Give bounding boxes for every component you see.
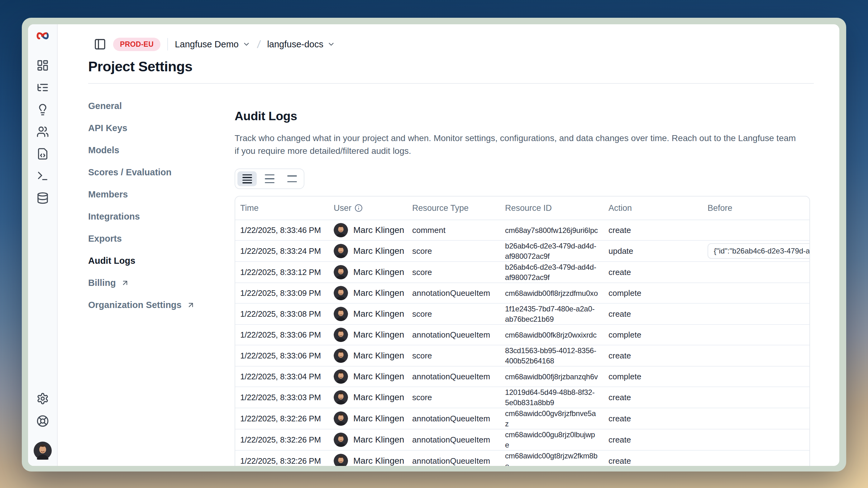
settings-nav-item-models[interactable]: Models bbox=[88, 143, 235, 157]
info-icon[interactable] bbox=[354, 204, 363, 212]
lifebuoy-icon[interactable] bbox=[36, 415, 49, 427]
settings-nav-item-members[interactable]: Members bbox=[88, 188, 235, 201]
log-time: 1/22/2025, 8:33:12 PM bbox=[240, 267, 321, 277]
file-code-icon[interactable] bbox=[36, 148, 49, 160]
rows-medium-icon bbox=[265, 174, 275, 184]
section-description: Track who changed what in your project a… bbox=[235, 132, 802, 157]
database-icon[interactable] bbox=[36, 192, 49, 204]
page-header: PROD-EU Langfuse Demo / langfuse-docs bbox=[58, 24, 839, 84]
settings-nav-item-billing[interactable]: Billing bbox=[88, 276, 235, 290]
user-name: Marc Klingen bbox=[353, 288, 404, 298]
panel-left-icon[interactable] bbox=[94, 38, 106, 51]
settings-nav-item-api-keys[interactable]: API Keys bbox=[88, 121, 235, 135]
resource-id: 1f1e2435-7bd7-480e-a2a0-ab76bec21b69 bbox=[505, 304, 594, 323]
sidebar-user-avatar[interactable] bbox=[34, 442, 52, 460]
users-icon[interactable] bbox=[36, 126, 49, 138]
settings-nav-label: General bbox=[88, 101, 122, 111]
log-time: 1/22/2025, 8:33:06 PM bbox=[240, 351, 321, 360]
settings-layout: GeneralAPI KeysModelsScores / Evaluation… bbox=[58, 84, 839, 466]
avatar bbox=[334, 244, 348, 258]
settings-nav-label: Billing bbox=[88, 278, 116, 288]
table-row: 1/22/2025, 8:33:06 PM Marc Klingen annot… bbox=[235, 325, 810, 345]
breadcrumb-separator: / bbox=[256, 38, 261, 51]
user-avatar-photo bbox=[334, 223, 348, 237]
settings-nav-item-audit-logs[interactable]: Audit Logs bbox=[88, 254, 235, 267]
section-title: Audit Logs bbox=[235, 109, 814, 123]
rows-large-icon bbox=[287, 175, 297, 182]
action-value: create bbox=[609, 267, 631, 277]
action-value: create bbox=[609, 225, 631, 235]
breadcrumb: PROD-EU Langfuse Demo / langfuse-docs bbox=[94, 37, 814, 52]
project-selector[interactable]: langfuse-docs bbox=[267, 39, 335, 50]
settings-nav-item-integrations[interactable]: Integrations bbox=[88, 209, 235, 223]
resource-id: cm68awidc00gt8rjzw2fkm8bo bbox=[505, 452, 597, 466]
avatar bbox=[334, 286, 348, 300]
settings-nav-item-organization-settings[interactable]: Organization Settings bbox=[88, 298, 235, 312]
user-avatar-photo bbox=[334, 328, 348, 342]
user-name: Marc Klingen bbox=[353, 435, 404, 445]
settings-nav-item-exports[interactable]: Exports bbox=[88, 232, 235, 246]
row-height-large-button[interactable] bbox=[282, 171, 302, 186]
column-header-before: Before bbox=[703, 196, 810, 220]
resource-id: b26ab4c6-d2e3-479d-ad4d-af980072ac9f bbox=[505, 242, 596, 260]
table-row: 1/22/2025, 8:32:26 PM Marc Klingen annot… bbox=[235, 408, 810, 429]
table-header-row: Time User bbox=[235, 196, 810, 220]
chevron-down-icon bbox=[242, 40, 250, 48]
list-tree-icon[interactable] bbox=[36, 81, 49, 94]
column-header-resource-id: Resource ID bbox=[500, 196, 603, 220]
row-height-medium-button[interactable] bbox=[260, 171, 279, 186]
user-avatar-photo bbox=[334, 369, 348, 384]
column-header-resource-type: Resource Type bbox=[407, 196, 500, 220]
resource-id: cm68awidc00gu8rjz0lbujwpe bbox=[505, 430, 595, 449]
external-link-icon bbox=[121, 279, 129, 287]
user-avatar-photo bbox=[334, 286, 348, 300]
resource-type: annotationQueueItem bbox=[412, 288, 490, 298]
log-time: 1/22/2025, 8:32:26 PM bbox=[240, 456, 321, 465]
user-avatar-photo bbox=[334, 454, 348, 466]
user-avatar-photo bbox=[334, 432, 348, 447]
resource-id: 83cd1563-bb95-4012-8356-400b52b64168 bbox=[505, 346, 596, 365]
gear-icon[interactable] bbox=[36, 392, 49, 405]
resource-id: cm68awidb00fj8rjzbanzqh6v bbox=[505, 372, 598, 381]
action-value: create bbox=[609, 351, 631, 360]
organization-name: Langfuse Demo bbox=[175, 39, 239, 50]
dashboard-grid-icon[interactable] bbox=[36, 59, 49, 72]
settings-nav-label: Members bbox=[88, 189, 128, 200]
table-row: 1/22/2025, 8:33:46 PM Marc Klingen comme… bbox=[235, 220, 810, 240]
action-value: update bbox=[609, 246, 633, 256]
app-surface: PROD-EU Langfuse Demo / langfuse-docs bbox=[28, 24, 839, 466]
settings-nav-label: API Keys bbox=[88, 123, 127, 133]
settings-nav-item-general[interactable]: General bbox=[88, 99, 235, 113]
avatar bbox=[334, 223, 348, 237]
icon-sidebar bbox=[28, 24, 58, 466]
resource-type: score bbox=[412, 351, 432, 360]
user-name: Marc Klingen bbox=[353, 246, 404, 256]
avatar bbox=[334, 432, 348, 447]
resource-type: annotationQueueItem bbox=[412, 372, 490, 381]
action-value: complete bbox=[609, 288, 642, 298]
langfuse-logo[interactable] bbox=[36, 31, 50, 40]
environment-badge[interactable]: PROD-EU bbox=[113, 38, 160, 51]
user-avatar-photo bbox=[334, 265, 348, 279]
table-row: 1/22/2025, 8:33:12 PM Marc Klingen score… bbox=[235, 262, 810, 283]
user-name: Marc Klingen bbox=[353, 309, 404, 319]
settings-nav-label: Organization Settings bbox=[88, 300, 182, 310]
log-time: 1/22/2025, 8:33:08 PM bbox=[240, 309, 321, 319]
resource-type: annotationQueueItem bbox=[412, 456, 490, 465]
resource-type: score bbox=[412, 246, 432, 256]
action-value: create bbox=[609, 435, 631, 445]
resource-id: cm68awidb00fk8rjz0wxixrdc bbox=[505, 331, 597, 339]
action-value: create bbox=[609, 309, 631, 319]
table-row: 1/22/2025, 8:33:06 PM Marc Klingen score… bbox=[235, 345, 810, 366]
lightbulb-icon[interactable] bbox=[36, 103, 49, 116]
user-name: Marc Klingen bbox=[353, 456, 404, 466]
main-area: PROD-EU Langfuse Demo / langfuse-docs bbox=[58, 24, 839, 466]
column-header-user: User bbox=[329, 196, 407, 220]
terminal-icon[interactable] bbox=[36, 170, 49, 182]
row-height-small-button[interactable] bbox=[238, 171, 257, 186]
resource-type: annotationQueueItem bbox=[412, 414, 490, 423]
organization-selector[interactable]: Langfuse Demo bbox=[175, 39, 250, 50]
rows-small-icon bbox=[242, 174, 252, 184]
settings-nav-item-scores-evaluation[interactable]: Scores / Evaluation bbox=[88, 165, 235, 179]
settings-nav-label: Scores / Evaluation bbox=[88, 167, 172, 177]
